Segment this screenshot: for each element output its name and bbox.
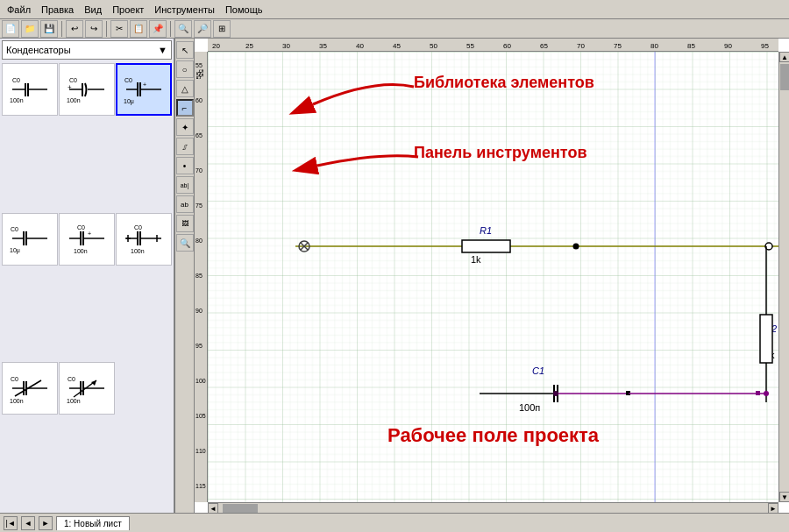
svg-text:100n: 100n [10,398,24,404]
select-tool[interactable]: ↖ [176,41,194,59]
svg-text:1k: 1k [471,254,481,265]
text-tool-1[interactable]: ab| [176,176,194,194]
ruler-top-svg: 20 25 30 35 40 45 50 55 60 65 70 75 80 8… [208,39,778,51]
scroll-thumb-h[interactable] [223,504,258,513]
scroll-down-btn[interactable]: ▼ [779,492,789,502]
component-c0-10u-np[interactable]: C0 10μ [2,213,58,266]
library-panel: Конденсаторы ▼ C0 100n [0,39,175,513]
scroll-thumb-v[interactable] [780,64,789,90]
zoom-fit-btn[interactable]: ⊞ [213,20,231,38]
svg-text:55: 55 [466,42,474,50]
svg-rect-92 [208,52,778,502]
sheet-nav-prev[interactable]: ◄ [21,516,35,530]
zoom-tool[interactable]: 🔍 [176,234,194,252]
cap-symbol-2: C0 100n + [65,74,109,105]
svg-text:45: 45 [393,42,401,50]
svg-text:85: 85 [195,273,203,279]
sheet-tab-1[interactable]: 1: Новый лист [56,516,130,530]
svg-text:20: 20 [212,42,220,50]
schematic-canvas-area[interactable]: 20 25 30 35 40 45 50 55 60 65 70 75 80 8… [195,39,789,513]
cap-symbol-8: C0 100n [65,373,109,404]
scroll-right-btn[interactable]: ► [768,503,778,513]
svg-text:100n: 100n [10,97,24,103]
scrollbar-h[interactable]: ◄ ► [208,502,778,513]
ruler-top: 20 25 30 35 40 45 50 55 60 65 70 75 80 8… [208,39,778,52]
scrollbar-v[interactable]: ▲ ▼ [778,52,789,502]
open-btn[interactable]: 📁 [21,20,39,38]
svg-text:100n: 100n [74,248,88,254]
svg-text:+: + [143,82,146,88]
svg-text:+: + [88,231,91,237]
menu-view[interactable]: Вид [79,4,107,15]
menu-tools[interactable]: Инструменты [149,4,220,15]
schematic-svg[interactable]: R1 1k R2 1k C1 100п [208,52,778,502]
main-layout: Конденсаторы ▼ C0 100n [0,39,789,513]
svg-text:60: 60 [503,42,511,50]
svg-rect-105 [760,315,772,363]
net-tool[interactable]: ⎎ [176,138,194,155]
scroll-track-v[interactable] [779,62,789,492]
component-c0-100n[interactable]: C0 100n + [59,63,115,116]
svg-rect-118 [756,391,760,395]
cap-symbol-3: C0 10μ + [122,74,166,105]
component-c0-100n-var2[interactable]: C0 100n [59,362,115,415]
component-c0-100n-var[interactable]: C0 100n [2,362,58,415]
scroll-left-btn[interactable]: ◄ [208,503,218,513]
svg-text:55: 55 [195,62,203,68]
save-btn[interactable]: 💾 [40,20,58,38]
ruler-left-svg: 55 55 55 60 65 70 75 80 85 90 95 100 105… [195,52,208,502]
scroll-track-h[interactable] [218,503,768,513]
cut-btn[interactable]: ✂ [110,20,128,38]
copy-btn[interactable]: 📋 [130,20,147,38]
svg-text:90: 90 [195,308,203,314]
component-c0-10u[interactable]: C0 10μ + [116,63,172,116]
new-btn[interactable]: 📄 [2,20,19,38]
sheet-nav-next[interactable]: ► [39,516,53,530]
svg-text:115: 115 [195,483,206,489]
svg-text:55: 55 [197,69,205,77]
scroll-up-btn[interactable]: ▲ [779,52,789,62]
zoom-out-btn[interactable]: 🔎 [194,20,211,38]
svg-point-101 [573,244,579,250]
svg-text:R1: R1 [480,225,492,236]
undo-btn[interactable]: ↩ [66,20,83,38]
cap-symbol-4: C0 10μ [8,223,52,254]
menu-file[interactable]: Файл [2,4,36,15]
svg-text:C0: C0 [68,376,75,382]
svg-text:60: 60 [195,97,203,103]
svg-rect-99 [462,240,510,252]
junction-tool[interactable]: • [176,157,194,174]
svg-text:30: 30 [282,42,290,50]
ruler-left: 55 55 55 60 65 70 75 80 85 90 95 100 105… [195,52,208,502]
component-c0-100n-v3[interactable]: C0 100n + [59,213,115,266]
menu-help[interactable]: Помощь [220,4,268,15]
svg-text:10μ: 10μ [10,247,20,254]
cap-symbol-5: C0 100n + [65,223,109,254]
image-tool[interactable]: 🖼 [176,215,194,232]
circle-tool[interactable]: ○ [176,60,194,78]
svg-text:85: 85 [687,42,695,50]
zoom-in-btn[interactable]: 🔍 [174,20,192,38]
svg-text:110: 110 [195,448,206,454]
component-tool[interactable]: ✦ [176,118,194,136]
menu-edit[interactable]: Правка [36,4,79,15]
paste-btn[interactable]: 📌 [149,20,167,38]
second-toolbar: 📄 📁 💾 ↩ ↪ ✂ 📋 📌 🔍 🔎 ⊞ [0,19,789,39]
svg-text:+: + [68,83,72,91]
redo-btn[interactable]: ↪ [85,20,103,38]
tool-strip: ↖ ○ △ ⌐ ✦ ⎎ • ab| ab 🖼 🔍 [175,39,195,513]
sheet-nav-first[interactable]: |◄ [4,516,18,530]
svg-text:40: 40 [356,42,364,50]
component-c0-np-100n[interactable]: C0 100n [2,63,58,116]
text-tool-2[interactable]: ab [176,195,194,213]
triangle-tool[interactable]: △ [176,80,194,97]
svg-point-115 [553,391,558,396]
component-c0-100n-v4[interactable]: C0 100n [116,213,172,266]
svg-text:70: 70 [195,167,203,174]
wire-tool[interactable]: ⌐ [176,99,194,117]
menu-project[interactable]: Проект [107,4,149,15]
component-grid: C0 100n C0 100n + [0,61,174,513]
library-dropdown[interactable]: Конденсаторы ▼ [2,40,172,60]
svg-text:35: 35 [319,42,327,50]
cap-symbol-7: C0 100n [8,373,52,404]
